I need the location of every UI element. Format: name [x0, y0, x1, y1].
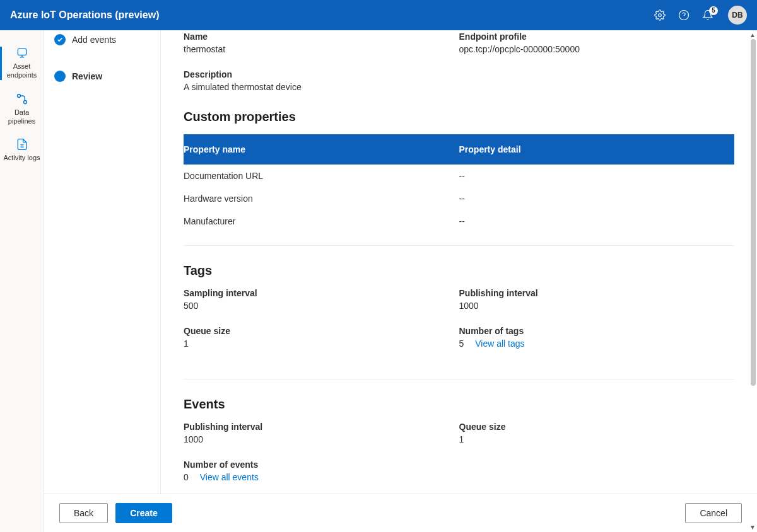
- field-value-sampling: 500: [184, 301, 459, 311]
- section-heading-custom-properties: Custom properties: [184, 110, 734, 124]
- table-row: Documentation URL --: [184, 165, 734, 187]
- basics-row-1: Name thermostat Endpoint profile opc.tcp…: [184, 32, 734, 54]
- section-heading-events: Events: [184, 397, 734, 412]
- activity-logs-icon: [16, 138, 28, 151]
- table-row: Hardware version --: [184, 187, 734, 210]
- tags-row-1: Sampling interval 500 Publishing interva…: [184, 288, 734, 311]
- step-label: Add events: [72, 35, 116, 45]
- step-add-events[interactable]: Add events: [49, 30, 155, 49]
- field-value-description: A simulated thermostat device: [184, 82, 734, 92]
- sidebar-item-asset-endpoints[interactable]: Asset endpoints: [0, 40, 44, 86]
- left-sidebar: Asset endpoints Data pipelines: [0, 30, 44, 532]
- col-header-name: Property name: [184, 144, 459, 154]
- svg-rect-3: [18, 49, 26, 55]
- prop-name: Hardware version: [184, 194, 459, 204]
- create-button[interactable]: Create: [115, 503, 172, 523]
- field-value-queue: 1: [184, 338, 459, 349]
- field-label-tagcount: Number of tags: [459, 326, 735, 336]
- tags-section: Tags Sampling interval 500 Publishing in…: [184, 263, 734, 379]
- field-value-endpoint: opc.tcp://opcplc-000000:50000: [459, 44, 735, 54]
- field-value-eventcount: 0: [184, 472, 189, 482]
- avatar[interactable]: DB: [728, 6, 747, 25]
- basics-row-2: Description A simulated thermostat devic…: [184, 69, 734, 92]
- field-label-name: Name: [184, 32, 459, 42]
- section-heading-tags: Tags: [184, 263, 734, 278]
- prop-name: Documentation URL: [184, 171, 459, 181]
- field-value-queue-ev: 1: [459, 434, 735, 444]
- field-label-queue-ev: Queue size: [459, 422, 735, 432]
- col-header-detail: Property detail: [459, 144, 735, 154]
- table-header-row: Property name Property detail: [184, 134, 734, 165]
- step-label: Review: [72, 71, 102, 81]
- field-value-tagcount: 5: [459, 338, 464, 349]
- footer-left-buttons: Back Create: [59, 503, 172, 523]
- field-label-endpoint: Endpoint profile: [459, 32, 735, 42]
- prop-detail: --: [459, 216, 735, 226]
- events-row-1: Publishing interval 1000 Queue size 1: [184, 422, 734, 444]
- tags-row-2: Queue size 1 Number of tags 5 View all t…: [184, 326, 734, 349]
- help-icon[interactable]: [678, 9, 690, 21]
- svg-point-7: [23, 100, 26, 103]
- field-value-name: thermostat: [184, 44, 459, 54]
- svg-point-1: [679, 11, 689, 20]
- header-actions: 5 DB: [654, 6, 747, 25]
- prop-name: Manufacturer: [184, 216, 459, 226]
- content-body: Add events Review Name thermostat: [44, 30, 757, 494]
- notification-badge: 5: [709, 6, 718, 15]
- field-value-publishing: 1000: [459, 301, 735, 311]
- prop-detail: --: [459, 194, 735, 204]
- check-icon: [54, 34, 66, 45]
- field-label-eventcount: Number of events: [184, 460, 459, 470]
- asset-endpoints-icon: [16, 47, 28, 59]
- sidebar-item-label: Data pipelines: [3, 108, 41, 126]
- data-pipelines-icon: [16, 93, 28, 105]
- content-area: Add events Review Name thermostat: [44, 30, 757, 532]
- sidebar-item-label: Asset endpoints: [3, 62, 41, 80]
- field-label-publishing: Publishing interval: [459, 288, 735, 298]
- settings-icon[interactable]: [654, 9, 666, 21]
- wizard-footer: Back Create Cancel: [44, 494, 757, 532]
- step-review[interactable]: Review: [49, 67, 155, 86]
- field-label-description: Description: [184, 69, 734, 79]
- field-label-publishing-ev: Publishing interval: [184, 422, 459, 432]
- prop-detail: --: [459, 171, 735, 181]
- app-title: Azure IoT Operations (preview): [10, 9, 159, 21]
- main-layout: Asset endpoints Data pipelines: [0, 30, 757, 532]
- active-step-icon: [54, 71, 66, 82]
- sidebar-item-data-pipelines[interactable]: Data pipelines: [0, 86, 44, 132]
- svg-point-6: [17, 94, 20, 97]
- sidebar-item-activity-logs[interactable]: Activity logs: [0, 132, 44, 168]
- svg-point-0: [659, 14, 662, 17]
- app-header: Azure IoT Operations (preview) 5 DB: [0, 0, 757, 30]
- custom-properties-table: Property name Property detail Documentat…: [184, 134, 734, 246]
- view-all-events-link[interactable]: View all events: [200, 472, 259, 482]
- cancel-button[interactable]: Cancel: [685, 503, 742, 523]
- notifications-icon[interactable]: 5: [701, 9, 714, 21]
- back-button[interactable]: Back: [59, 503, 108, 523]
- view-all-tags-link[interactable]: View all tags: [475, 338, 524, 349]
- step-nav: Add events Review: [44, 30, 161, 494]
- sidebar-item-label: Activity logs: [3, 153, 40, 162]
- events-row-2: Number of events 0 View all events: [184, 460, 734, 482]
- events-section: Events Publishing interval 1000 Queue si…: [184, 397, 734, 494]
- main-scroll-content: Name thermostat Endpoint profile opc.tcp…: [161, 30, 757, 494]
- field-label-sampling: Sampling interval: [184, 288, 459, 298]
- field-label-queue: Queue size: [184, 326, 459, 336]
- field-value-publishing-ev: 1000: [184, 434, 459, 444]
- table-row: Manufacturer --: [184, 210, 734, 233]
